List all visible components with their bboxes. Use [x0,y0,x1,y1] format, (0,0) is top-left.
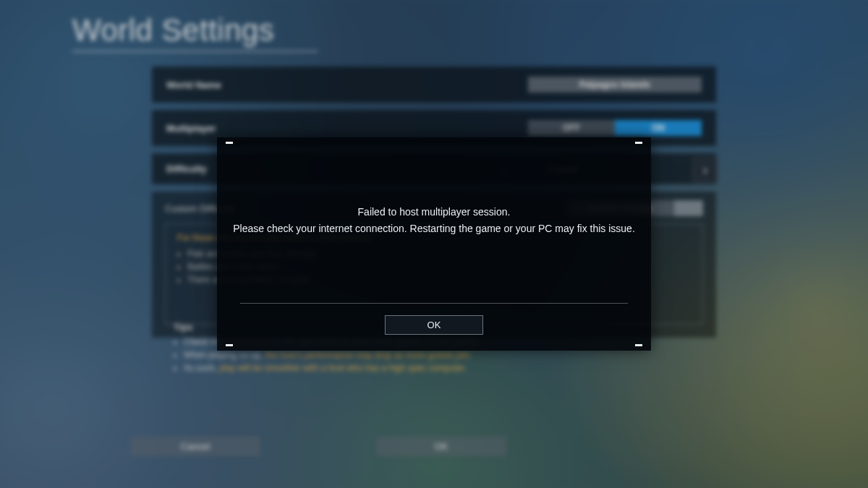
dialog-ok-button[interactable]: OK [385,315,483,335]
error-dialog-message: Failed to host multiplayer session. Plea… [217,204,651,237]
dialog-divider [240,303,628,304]
corner-decoration-icon [226,142,233,144]
error-dialog: Failed to host multiplayer session. Plea… [217,137,651,351]
corner-decoration-icon [635,142,642,144]
error-line-2: Please check your internet connection. R… [231,221,637,237]
corner-decoration-icon [635,344,642,346]
corner-decoration-icon [226,344,233,346]
error-line-1: Failed to host multiplayer session. [231,204,637,221]
